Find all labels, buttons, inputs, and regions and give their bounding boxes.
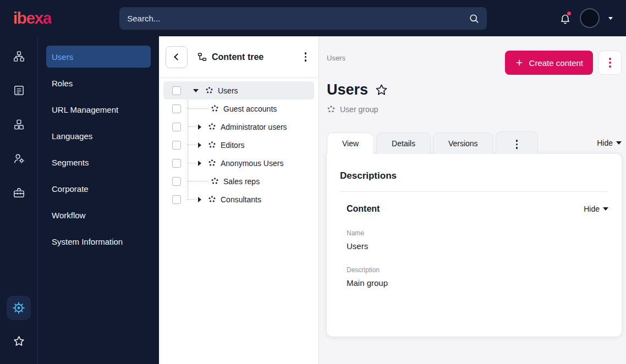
breadcrumb[interactable]: Users bbox=[327, 54, 345, 62]
tree-row-sales-reps[interactable]: Sales reps bbox=[163, 172, 314, 190]
descriptions-card: Descriptions Content Hide Name Users Des… bbox=[327, 154, 622, 337]
tree-row-guest-accounts[interactable]: Guest accounts bbox=[163, 100, 314, 118]
tab-view[interactable]: View bbox=[327, 133, 374, 154]
tree-options-kebab[interactable] bbox=[299, 49, 312, 65]
caret-right-icon[interactable] bbox=[198, 161, 201, 166]
content-tree-title: Content tree bbox=[197, 52, 263, 62]
checkbox[interactable] bbox=[172, 86, 181, 95]
sidebar-item-segments[interactable]: Segments bbox=[46, 151, 151, 173]
admin-list-icon[interactable] bbox=[8, 79, 30, 101]
tree-row-users[interactable]: Users bbox=[163, 81, 314, 100]
tree-connector bbox=[188, 145, 196, 145]
tab-versions[interactable]: Versions bbox=[433, 133, 493, 154]
content-section: Content Hide Name Users Description Main… bbox=[340, 192, 608, 288]
card-heading: Descriptions bbox=[340, 170, 608, 181]
tree-row-anonymous-users[interactable]: Anonymous Users bbox=[163, 154, 314, 172]
personalization-icon[interactable] bbox=[8, 147, 30, 169]
user-group-icon bbox=[208, 123, 216, 131]
ibexa-logo[interactable]: ibexa bbox=[13, 9, 51, 27]
topbar: ibexa bbox=[0, 0, 626, 36]
field-label-description: Description bbox=[347, 266, 608, 274]
user-group-icon bbox=[327, 105, 336, 114]
create-content-button[interactable]: Create content bbox=[505, 51, 593, 75]
sidebar-item-workflow[interactable]: Workflow bbox=[46, 204, 151, 226]
checkbox[interactable] bbox=[172, 104, 181, 113]
tab-details[interactable]: Details bbox=[376, 133, 431, 154]
tree-connector bbox=[188, 126, 196, 127]
bookmarks-star-icon[interactable] bbox=[8, 330, 30, 352]
chevron-down-icon[interactable] bbox=[608, 17, 613, 20]
sidebar-item-corporate[interactable]: Corporate bbox=[46, 178, 151, 200]
sidebar-menu: Users Roles URL Management Languages Seg… bbox=[38, 36, 159, 364]
content-tree-header: Content tree bbox=[159, 36, 319, 78]
tree-row-editors[interactable]: Editors bbox=[163, 136, 314, 154]
checkbox[interactable] bbox=[172, 195, 181, 204]
favorite-star-icon[interactable] bbox=[375, 83, 388, 97]
chevron-left-icon bbox=[174, 53, 181, 60]
sidebar-item-roles[interactable]: Roles bbox=[46, 72, 151, 94]
checkbox[interactable] bbox=[172, 177, 181, 186]
page-title: Users bbox=[327, 81, 368, 98]
checkbox[interactable] bbox=[172, 159, 181, 168]
user-group-icon bbox=[208, 159, 216, 167]
tree-row-administrator-users[interactable]: Administrator users bbox=[163, 118, 314, 136]
caret-down-icon[interactable] bbox=[193, 89, 199, 92]
tree-connector bbox=[188, 199, 196, 200]
settings-gear-icon[interactable] bbox=[7, 296, 31, 320]
user-group-icon bbox=[211, 104, 219, 113]
sidebar-item-users[interactable]: Users bbox=[46, 46, 151, 68]
content-structure-icon[interactable] bbox=[8, 45, 30, 67]
sidebar-item-url-management[interactable]: URL Management bbox=[46, 98, 151, 120]
caret-right-icon[interactable] bbox=[198, 124, 201, 130]
caret-right-icon[interactable] bbox=[198, 142, 201, 148]
caret-down-icon bbox=[616, 141, 622, 145]
tree-row-consultants[interactable]: Consultants bbox=[163, 190, 314, 208]
content-type-label: User group bbox=[327, 105, 622, 114]
tree-connector bbox=[188, 181, 208, 181]
main-content: Users Create content Users User gr bbox=[319, 36, 626, 364]
tab-more-kebab[interactable] bbox=[496, 131, 539, 154]
content-tree-panel: Content tree Users bbox=[159, 36, 319, 364]
caret-right-icon[interactable] bbox=[198, 197, 201, 202]
user-group-icon bbox=[205, 86, 213, 95]
modules-icon[interactable] bbox=[8, 113, 30, 135]
user-group-icon bbox=[211, 177, 219, 185]
hide-toggle[interactable]: Hide bbox=[597, 139, 622, 147]
section-hide-toggle[interactable]: Hide bbox=[584, 205, 608, 213]
field-value-name: Users bbox=[347, 241, 608, 251]
icon-rail bbox=[0, 36, 38, 364]
sidebar-item-languages[interactable]: Languages bbox=[46, 125, 151, 147]
user-avatar[interactable] bbox=[580, 8, 600, 28]
checkbox[interactable] bbox=[172, 141, 181, 150]
user-group-icon bbox=[208, 195, 216, 203]
field-value-description: Main group bbox=[347, 278, 608, 288]
global-search[interactable] bbox=[119, 7, 487, 30]
page-options-kebab[interactable] bbox=[598, 51, 622, 75]
collapse-tree-button[interactable] bbox=[166, 46, 188, 68]
tree-connector bbox=[188, 108, 208, 109]
search-icon bbox=[469, 13, 479, 24]
section-title: Content bbox=[347, 204, 380, 214]
tree-connector bbox=[188, 163, 196, 163]
notifications-bell-icon[interactable] bbox=[559, 13, 571, 24]
field-label-name: Name bbox=[347, 229, 608, 237]
notification-dot bbox=[567, 12, 571, 15]
toolbox-icon[interactable] bbox=[8, 181, 30, 203]
sidebar-item-system-information[interactable]: System Information bbox=[46, 230, 151, 252]
caret-down-icon bbox=[603, 207, 608, 211]
search-input[interactable] bbox=[127, 14, 469, 23]
content-tree: Users Guest accounts bbox=[159, 78, 319, 212]
tree-icon bbox=[197, 52, 207, 62]
user-group-icon bbox=[208, 141, 216, 149]
tab-bar: View Details Versions Hide bbox=[327, 131, 622, 154]
checkbox[interactable] bbox=[172, 123, 181, 131]
plus-icon bbox=[515, 58, 524, 67]
